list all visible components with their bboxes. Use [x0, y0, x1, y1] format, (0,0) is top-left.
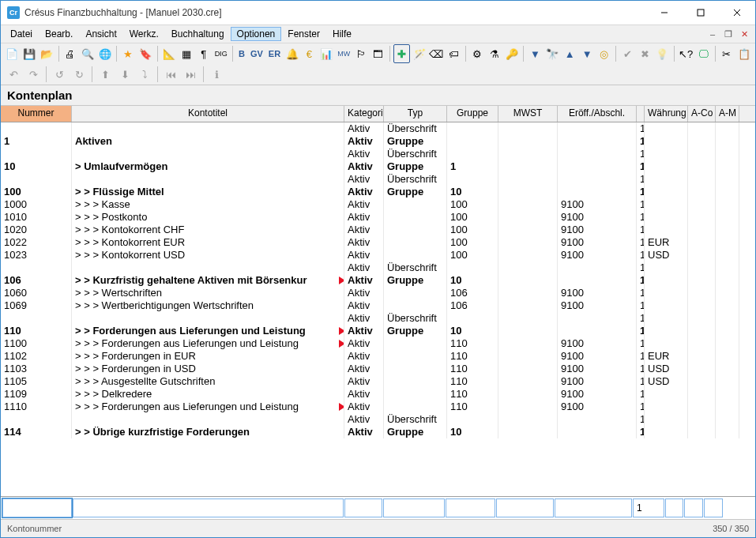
table-row[interactable]: 1022> > > Kontokorrent EURAktiv10091001E… — [1, 236, 755, 249]
screen-icon[interactable]: 🖵 — [695, 44, 712, 63]
col-aco[interactable]: A-Co — [688, 106, 716, 122]
table-row[interactable]: 110> > Forderungen aus Lieferungen und L… — [1, 325, 755, 337]
menu-bearb[interactable]: Bearb. — [39, 27, 79, 41]
copy-icon[interactable]: 📋 — [735, 44, 752, 63]
menu-fenster[interactable]: Fenster — [281, 27, 326, 41]
table-row[interactable]: AktivÜberschrift1 — [1, 122, 755, 135]
mw-icon[interactable]: MW — [336, 44, 352, 63]
input-aco[interactable] — [684, 498, 703, 517]
input-typ[interactable] — [383, 498, 445, 517]
eraser-icon[interactable]: ⌫ — [428, 44, 445, 63]
table-row[interactable]: 10> UmlaufvermögenAktivGruppe11 — [1, 160, 755, 173]
table-row[interactable]: 100> > Flüssige MittelAktivGruppe101 — [1, 186, 755, 198]
col-kategorie[interactable]: Kategorie — [344, 106, 384, 122]
stamp-icon[interactable]: 🏷 — [446, 44, 462, 63]
globe-icon[interactable]: 🌐 — [96, 44, 113, 63]
bell-icon[interactable]: 🔔 — [284, 44, 300, 63]
columns-icon[interactable]: ▦ — [178, 44, 194, 63]
table-row[interactable]: 114> > Übrige kurzfristige ForderungenAk… — [1, 426, 755, 438]
input-nummer[interactable] — [2, 498, 72, 517]
table-row[interactable]: 106> > Kurzfristig gehaltene Aktiven mit… — [1, 274, 755, 287]
menu-ansicht[interactable]: Ansicht — [79, 27, 122, 41]
table-row[interactable]: 1060> > > WertschriftenAktiv10691001 — [1, 287, 755, 299]
table-row[interactable]: 1000> > > KasseAktiv10091001 — [1, 198, 755, 211]
col-amo[interactable]: A-M — [716, 106, 739, 122]
mdi-minimize-icon[interactable]: – — [706, 28, 719, 40]
col-wahr[interactable] — [637, 106, 645, 122]
bookmark-icon[interactable]: 🔖 — [137, 44, 154, 63]
table-row[interactable]: 1110> > > Forderungen aus Lieferungen un… — [1, 401, 755, 413]
cell — [645, 211, 688, 224]
menu-werkz[interactable]: Werkz. — [123, 27, 165, 41]
close-button[interactable] — [719, 1, 755, 24]
mdi-close-icon[interactable]: ✕ — [738, 28, 750, 40]
grid-body[interactable]: AktivÜberschrift11AktivenAktivGruppe1Akt… — [1, 122, 755, 496]
table-row[interactable]: 1100> > > Forderungen aus Lieferungen un… — [1, 337, 755, 350]
input-kontotitel[interactable] — [73, 498, 344, 517]
table-row[interactable]: AktivÜberschrift1 — [1, 312, 755, 325]
nav-down-icon[interactable]: ▼ — [579, 44, 596, 63]
table-row[interactable]: 1109> > > DelkredereAktiv11091001 — [1, 388, 755, 401]
print-preview-icon[interactable]: 🔍 — [79, 44, 96, 63]
mdi-restore-icon[interactable]: ❐ — [722, 28, 735, 40]
col-nummer[interactable]: Nummer — [1, 106, 72, 122]
cut-icon[interactable]: ✂ — [718, 44, 735, 63]
input-gruppe[interactable] — [446, 498, 495, 517]
save-icon[interactable]: 💾 — [21, 44, 38, 63]
print-icon[interactable]: 🖨 — [62, 44, 78, 63]
funnel2-icon[interactable]: ⚗ — [486, 44, 502, 63]
nav-up-icon[interactable]: ▲ — [562, 44, 578, 63]
window-icon[interactable]: 🗔 — [370, 44, 386, 63]
menu-buchhaltung[interactable]: Buchhaltung — [165, 27, 231, 41]
col-mwst[interactable]: MWST — [498, 106, 558, 122]
key-icon[interactable]: 🔑 — [503, 44, 520, 63]
table-row[interactable]: 1010> > > PostkontoAktiv10091001 — [1, 211, 755, 224]
table-row[interactable]: AktivÜberschrift1 — [1, 261, 755, 274]
table-row[interactable]: AktivÜberschrift1 — [1, 173, 755, 186]
digits-icon[interactable]: DIG — [213, 44, 229, 63]
input-kategorie[interactable] — [344, 498, 382, 517]
table-row[interactable]: 1102> > > Forderungen in EURAktiv1109100… — [1, 350, 755, 363]
input-mwst[interactable] — [496, 498, 554, 517]
table-row[interactable]: 1105> > > Ausgestellte GutschriftenAktiv… — [1, 375, 755, 388]
open-icon[interactable]: 📂 — [39, 44, 55, 63]
gv-button[interactable]: GV — [248, 49, 265, 58]
new-file-icon[interactable]: 📄 — [4, 44, 21, 63]
col-gruppe[interactable]: Gruppe — [447, 106, 498, 122]
plus-icon[interactable]: ✚ — [393, 44, 410, 63]
table-row[interactable]: 1020> > > Kontokorrent CHFAktiv10091001 — [1, 224, 755, 236]
col-waehrung[interactable]: Währung — [645, 106, 688, 122]
table-row[interactable]: 1069> > > Wertberichtigungen Wertschrift… — [1, 299, 755, 312]
table-row[interactable]: 1023> > > Kontokorrent USDAktiv10091001U… — [1, 249, 755, 261]
minimize-button[interactable] — [646, 1, 683, 24]
filter-icon[interactable]: ▼ — [527, 44, 543, 63]
star-icon[interactable]: ★ — [120, 44, 137, 63]
col-kontotitel[interactable]: Kontotitel — [72, 106, 344, 122]
chart-icon[interactable]: 📊 — [318, 44, 335, 63]
paragraph-icon[interactable]: ¶ — [195, 44, 212, 63]
ruler-icon[interactable]: 📐 — [161, 44, 178, 63]
table-row[interactable]: 1AktivenAktivGruppe1 — [1, 135, 755, 148]
menu-hilfe[interactable]: Hilfe — [326, 27, 358, 41]
wand-icon[interactable]: 🪄 — [411, 44, 427, 63]
input-eroeff[interactable] — [555, 498, 632, 517]
help-arrow-icon[interactable]: ↖? — [678, 44, 694, 63]
target-icon[interactable]: ◎ — [596, 44, 613, 63]
col-typ[interactable]: Typ — [384, 106, 447, 122]
gear-icon[interactable]: ⚙ — [469, 44, 486, 63]
table-row[interactable]: 1103> > > Forderungen in USDAktiv1109100… — [1, 363, 755, 375]
menu-optionen[interactable]: Optionen — [231, 27, 282, 41]
flag-icon[interactable]: 🏳 — [353, 44, 370, 63]
maximize-button[interactable] — [683, 1, 719, 24]
input-amo[interactable] — [704, 498, 723, 517]
input-waehrung[interactable] — [665, 498, 683, 517]
euro-icon[interactable]: € — [301, 44, 318, 63]
menu-datei[interactable]: Datei — [4, 27, 39, 41]
table-row[interactable]: AktivÜberschrift1 — [1, 413, 755, 426]
input-wahr[interactable] — [633, 498, 664, 517]
table-row[interactable]: AktivÜberschrift1 — [1, 148, 755, 160]
bold-button[interactable]: B — [236, 49, 247, 58]
col-eroeff[interactable]: Eröff./Abschl. — [558, 106, 637, 122]
binoculars-icon[interactable]: 🔭 — [544, 44, 561, 63]
er-button[interactable]: ER — [266, 49, 283, 58]
